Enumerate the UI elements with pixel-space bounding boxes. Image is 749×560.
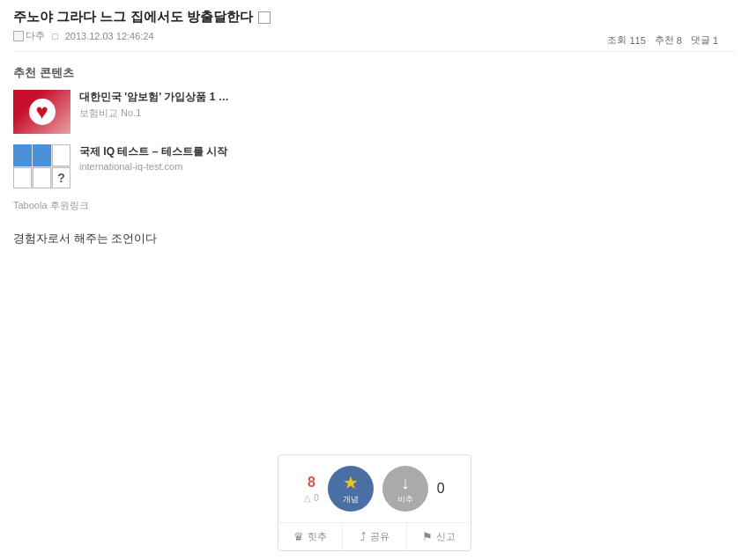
insurance-thumb-img — [13, 90, 70, 134]
rec-item-insurance[interactable]: 대한민국 '암보험' 가입상품 1 … 보험비교 No.1 — [13, 90, 736, 134]
recommended-section: 추천 콘텐츠 대한민국 '암보험' 가입상품 1 … 보험비교 No.1 ? — [13, 65, 736, 212]
recommended-title: 추천 콘텐츠 — [13, 65, 736, 81]
post-header: 주노야 그라다 느그 집에서도 방출달한다 다추 □ 2013.12.03 12… — [13, 9, 736, 52]
iq-cell-3 — [52, 144, 70, 166]
likes-stat: 추천 8 — [655, 33, 682, 47]
page-container: 주노야 그라다 느그 집에서도 방출달한다 다추 □ 2013.12.03 12… — [0, 0, 749, 460]
author-name: 다추 — [26, 29, 45, 42]
iq-cell-2 — [33, 144, 51, 166]
rec-title-insurance: 대한민국 '암보험' 가입상품 1 … — [79, 90, 736, 105]
rec-info-iq: 국제 IQ 테스트 – 테스트를 시작 international-iq-tes… — [79, 144, 736, 172]
post-separator: □ — [52, 31, 58, 41]
iq-cell-1 — [13, 144, 32, 166]
iq-cell-4 — [13, 167, 32, 189]
comments-stat: 댓글 1 — [691, 33, 718, 47]
post-author: 다추 — [13, 29, 45, 42]
post-title: 주노야 그라다 느그 집에서도 방출달한다 — [13, 9, 736, 26]
post-date: 2013.12.03 12:46:24 — [65, 31, 154, 41]
rec-item-iq[interactable]: ? 국제 IQ 테스트 – 테스트를 시작 international-iq-t… — [13, 144, 736, 188]
taboola-label[interactable]: Taboola 후원링크 — [13, 199, 736, 212]
rec-title-iq: 국제 IQ 테스트 – 테스트를 시작 — [79, 144, 736, 159]
action-bar: 8 △ 0 ★ 개념 ↓ 비추 0 ♛ 힛추 — [278, 454, 471, 460]
rec-info-insurance: 대한민국 '암보험' 가입상품 1 … 보험비교 No.1 — [79, 90, 736, 120]
author-icon — [13, 31, 24, 41]
spacer — [13, 248, 736, 451]
post-content: 경험자로서 해주는 조언이다 — [13, 230, 736, 248]
rec-thumb-iq: ? — [13, 144, 70, 188]
post-stats: 조회 115 추천 8 댓글 1 — [607, 33, 718, 47]
iq-cell-6: ? — [52, 167, 70, 189]
iq-cell-5 — [33, 167, 51, 189]
views-stat: 조회 115 — [607, 33, 645, 47]
rec-thumb-insurance — [13, 90, 70, 134]
iq-thumb-img: ? — [13, 144, 70, 188]
rec-source-insurance: 보험비교 No.1 — [79, 107, 736, 120]
rec-source-iq: international-iq-test.com — [79, 161, 736, 172]
post-title-icon — [258, 11, 271, 24]
action-bar-top: 8 △ 0 ★ 개념 ↓ 비추 0 — [278, 455, 471, 460]
post-title-text: 주노야 그라다 느그 집에서도 방출달한다 — [13, 9, 253, 26]
post-content-text: 경험자로서 해주는 조언이다 — [13, 232, 157, 245]
